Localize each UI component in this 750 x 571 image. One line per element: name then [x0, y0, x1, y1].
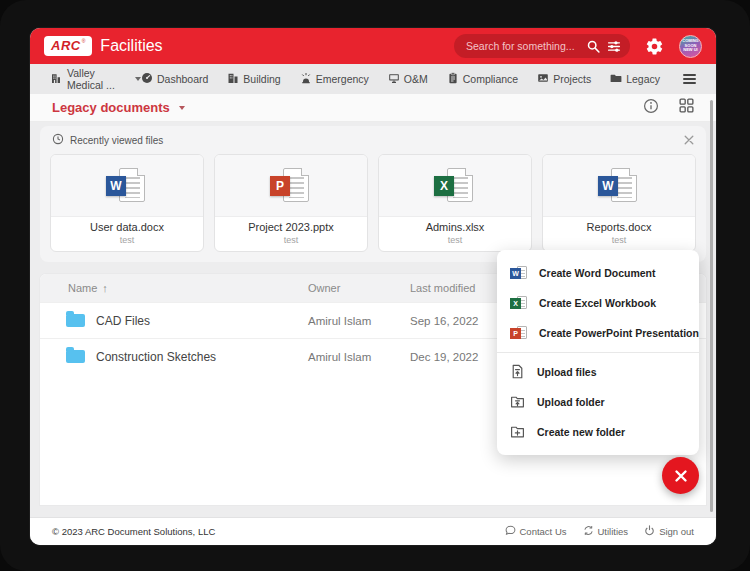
- folder-icon: [66, 314, 85, 327]
- site-selector[interactable]: Valley Medical ...: [50, 67, 141, 91]
- menu-label: Create PowerPoint Presentation: [539, 327, 699, 339]
- menu-divider: [497, 352, 699, 353]
- word-file-icon: W: [51, 155, 203, 217]
- clipboard-icon: [447, 72, 459, 86]
- app-footer: © 2023 ARC Document Solutions, LLC Conta…: [30, 517, 716, 545]
- nav-items: Dashboard Building Emergency O&M Complia…: [141, 72, 696, 86]
- page-title-dropdown[interactable]: Legacy documents: [52, 100, 185, 115]
- file-name: Project 2023.pptx: [218, 221, 364, 233]
- file-card[interactable]: W Reports.docx test: [542, 154, 696, 252]
- menu-item-create-new-folder[interactable]: Create new folder: [497, 417, 699, 447]
- file-card[interactable]: X Admins.xlsx test: [378, 154, 532, 252]
- grid-view-icon[interactable]: [679, 98, 694, 117]
- recent-file-cards: W User data.docx test P Project 2023.ppt…: [50, 154, 696, 252]
- nav-label: Projects: [553, 73, 591, 85]
- search-bar[interactable]: [454, 34, 630, 58]
- nav-item-building[interactable]: Building: [227, 72, 280, 86]
- recently-viewed-panel: Recently viewed files W User data.docx t…: [40, 126, 706, 262]
- avatar-label: COMING SOON NEW UI: [680, 39, 701, 52]
- new-folder-icon: [510, 424, 525, 441]
- word-file-icon: W: [543, 155, 695, 217]
- monitor-icon: [388, 72, 400, 86]
- user-avatar[interactable]: COMING SOON NEW UI: [679, 35, 702, 58]
- search-icon[interactable]: [587, 40, 600, 53]
- file-card[interactable]: P Project 2023.pptx test: [214, 154, 368, 252]
- nav-label: Dashboard: [157, 73, 208, 85]
- menu-label: Create new folder: [537, 426, 625, 438]
- folder-icon: [610, 72, 622, 86]
- nav-item-legacy[interactable]: Legacy: [610, 72, 660, 86]
- app-title: Facilities: [100, 37, 162, 55]
- chat-bubble-icon: [505, 525, 516, 538]
- menu-label: Upload folder: [537, 396, 605, 408]
- menu-item-upload-folder[interactable]: Upload folder: [497, 387, 699, 417]
- excel-file-icon: X: [379, 155, 531, 217]
- create-upload-menu: W Create Word Document X Create Excel Wo…: [497, 250, 699, 455]
- close-fab-button[interactable]: [662, 457, 699, 494]
- app-window: ARC ® Facilities COMING SOON NEW UI V: [30, 28, 716, 545]
- nav-label: Emergency: [316, 73, 369, 85]
- app-header: ARC ® Facilities COMING SOON NEW UI: [30, 28, 716, 64]
- vertical-scrollbar[interactable]: [710, 100, 713, 512]
- building-icon: [227, 72, 239, 86]
- powerpoint-doc-icon: P: [510, 325, 527, 341]
- site-selector-label: Valley Medical ...: [67, 67, 128, 91]
- powerpoint-file-icon: P: [215, 155, 367, 217]
- utilities-link[interactable]: Utilities: [583, 525, 629, 538]
- registered-mark: ®: [82, 38, 86, 44]
- menu-item-upload-files[interactable]: Upload files: [497, 357, 699, 387]
- file-name: Reports.docx: [546, 221, 692, 233]
- hamburger-menu-icon[interactable]: [683, 74, 696, 84]
- sort-asc-icon[interactable]: ↑: [102, 282, 108, 294]
- nav-item-projects[interactable]: Projects: [537, 72, 591, 86]
- upload-folder-icon: [510, 394, 525, 411]
- recently-viewed-title: Recently viewed files: [70, 135, 163, 146]
- dashboard-icon: [141, 72, 153, 86]
- excel-doc-icon: X: [510, 295, 527, 311]
- arc-logo[interactable]: ARC ®: [44, 36, 92, 56]
- nav-bar: Valley Medical ... Dashboard Building Em…: [30, 64, 716, 94]
- power-icon: [644, 525, 655, 538]
- nav-item-om[interactable]: O&M: [388, 72, 428, 86]
- emergency-siren-icon: [300, 72, 312, 86]
- menu-item-create-word[interactable]: W Create Word Document: [497, 258, 699, 288]
- file-card[interactable]: W User data.docx test: [50, 154, 204, 252]
- nav-item-compliance[interactable]: Compliance: [447, 72, 518, 86]
- arc-logo-text: ARC: [51, 38, 81, 53]
- menu-label: Create Excel Workbook: [539, 297, 656, 309]
- upload-file-icon: [510, 364, 525, 381]
- info-icon[interactable]: [643, 98, 659, 118]
- footer-link-label: Utilities: [598, 526, 629, 537]
- menu-label: Create Word Document: [539, 267, 656, 279]
- file-subtitle: test: [218, 235, 364, 245]
- file-subtitle: test: [54, 235, 200, 245]
- column-header-owner[interactable]: Owner: [308, 282, 410, 294]
- filter-sliders-icon[interactable]: [607, 40, 621, 53]
- close-icon[interactable]: [684, 135, 694, 145]
- search-input[interactable]: [466, 40, 580, 52]
- menu-item-create-excel[interactable]: X Create Excel Workbook: [497, 288, 699, 318]
- nav-label: Compliance: [463, 73, 518, 85]
- history-clock-icon: [52, 133, 64, 147]
- nav-label: O&M: [404, 73, 428, 85]
- nav-item-dashboard[interactable]: Dashboard: [141, 72, 208, 86]
- nav-item-emergency[interactable]: Emergency: [300, 72, 369, 86]
- folder-icon: [66, 350, 85, 363]
- page-title-row: Legacy documents: [30, 94, 716, 122]
- settings-gear-icon[interactable]: [645, 37, 664, 56]
- copyright-text: © 2023 ARC Document Solutions, LLC: [52, 526, 215, 537]
- page-title: Legacy documents: [52, 100, 170, 115]
- row-name: Construction Sketches: [96, 350, 216, 364]
- sign-out-link[interactable]: Sign out: [644, 525, 694, 538]
- file-subtitle: test: [382, 235, 528, 245]
- row-owner: Amirul Islam: [308, 315, 410, 327]
- nav-label: Building: [243, 73, 280, 85]
- row-name: CAD Files: [96, 314, 150, 328]
- menu-item-create-powerpoint[interactable]: P Create PowerPoint Presentation: [497, 318, 699, 348]
- image-icon: [537, 72, 549, 86]
- row-owner: Amirul Islam: [308, 351, 410, 363]
- column-header-name[interactable]: Name ↑: [40, 282, 308, 294]
- contact-us-link[interactable]: Contact Us: [505, 525, 567, 538]
- file-subtitle: test: [546, 235, 692, 245]
- chevron-down-icon: [179, 106, 185, 110]
